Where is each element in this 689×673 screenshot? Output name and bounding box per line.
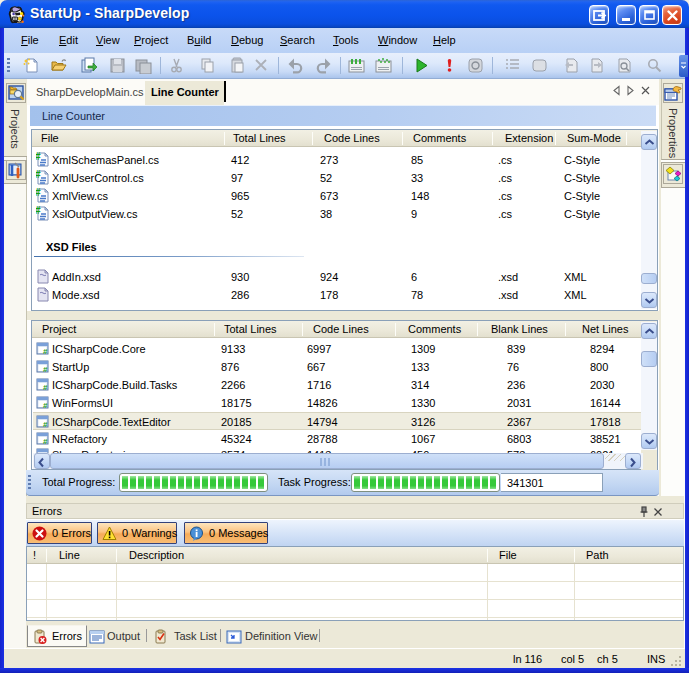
svg-text:#: # [43,365,48,374]
svg-text:#: # [43,383,48,392]
svg-text:#: # [36,206,41,216]
svg-text:#: # [43,347,48,356]
svg-text:#: # [43,420,48,429]
svg-text:#: # [43,437,48,446]
svg-text:#: # [36,170,41,180]
svg-text:#: # [43,401,48,410]
svg-text:#: # [36,188,41,198]
svg-text:#: # [36,152,41,162]
